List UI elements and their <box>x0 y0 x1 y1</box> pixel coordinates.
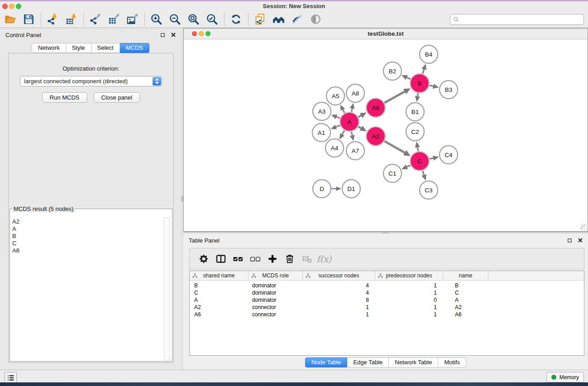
node-A5[interactable]: A5 <box>326 87 344 105</box>
edge-A-A6[interactable] <box>358 113 366 118</box>
table-cell[interactable]: connector <box>249 304 303 311</box>
node-B4[interactable]: B4 <box>420 45 438 63</box>
node-A2[interactable]: A2 <box>366 127 385 146</box>
memory-button[interactable]: Memory <box>546 372 584 382</box>
import-network-button[interactable] <box>45 12 60 27</box>
table-cell[interactable]: B <box>190 282 249 289</box>
table-cell[interactable]: 8 <box>303 296 375 304</box>
save-session-button[interactable] <box>21 12 36 27</box>
criterion-dropdown[interactable]: largest connected component (directed) <box>20 76 162 86</box>
zoom-fit-button[interactable] <box>186 12 201 27</box>
network-zoom-button[interactable] <box>206 31 210 36</box>
home-button[interactable] <box>271 12 286 27</box>
export-table-button[interactable] <box>106 12 121 27</box>
node-A8[interactable]: A8 <box>346 84 364 102</box>
gear-button[interactable] <box>196 251 211 267</box>
network-minimize-button[interactable] <box>199 31 204 36</box>
edge-D-D1[interactable] <box>331 186 341 191</box>
mcds-result-item[interactable]: A2 <box>12 218 163 225</box>
mcds-result-item[interactable]: B <box>12 233 163 240</box>
minimize-window-button[interactable] <box>9 4 14 9</box>
table-row[interactable]: A2connector11A2 <box>190 304 584 311</box>
node-A6[interactable]: A6 <box>366 98 385 117</box>
edge-C-C1[interactable] <box>402 165 411 169</box>
edge-A2-C[interactable] <box>384 141 411 156</box>
network-canvas[interactable]: B4B2BB3A8A5A6A3B1AC2A1A2A4A7C4CC1DD1C3 <box>184 39 588 231</box>
table-cell[interactable]: C <box>190 289 249 296</box>
delete-column-button[interactable] <box>282 251 297 267</box>
tab-mcds[interactable]: MCDS <box>120 43 149 53</box>
table-tab-edge-table[interactable]: Edge Table <box>347 357 389 367</box>
close-panel-button[interactable] <box>577 237 583 243</box>
node-D1[interactable]: D1 <box>342 180 360 198</box>
select-all-rows-button[interactable] <box>230 251 246 267</box>
table-cell[interactable]: A2 <box>443 304 488 311</box>
column-header-predecessor-nodes[interactable]: predecessor nodes <box>375 271 443 280</box>
float-panel-button[interactable] <box>566 237 573 243</box>
mcds-result-item[interactable]: A6 <box>12 247 163 254</box>
deselect-all-rows-button[interactable] <box>248 251 263 267</box>
edge-A-A1[interactable] <box>331 124 340 129</box>
node-A4[interactable]: A4 <box>325 139 344 157</box>
show-panels-list-button[interactable] <box>5 372 17 383</box>
table-cell[interactable]: 1 <box>375 304 443 311</box>
node-B[interactable]: B <box>410 74 429 93</box>
column-header-mcds-role[interactable]: MCDS role <box>249 271 303 280</box>
table-tab-node-table[interactable]: Node Table <box>305 357 348 367</box>
node-C2[interactable]: C2 <box>406 123 424 141</box>
table-cell[interactable]: 0 <box>375 296 443 304</box>
table-cell[interactable]: 1 <box>375 311 443 318</box>
edge-B-B2[interactable] <box>402 75 411 80</box>
edge-A-A7[interactable] <box>350 132 355 141</box>
table-cell[interactable]: connector <box>249 311 303 318</box>
node-B1[interactable]: B1 <box>406 103 424 121</box>
zoom-out-button[interactable] <box>167 12 182 27</box>
table-cell[interactable]: 1 <box>303 311 375 318</box>
node-C[interactable]: C <box>410 152 429 171</box>
table-cell[interactable]: dominator <box>249 289 303 296</box>
tab-select[interactable]: Select <box>91 43 120 53</box>
edge-C-C3[interactable] <box>421 171 426 181</box>
table-cell[interactable]: B <box>443 282 488 289</box>
table-cell[interactable]: 4 <box>303 282 375 289</box>
table-row[interactable]: Adominator80A <box>190 296 584 304</box>
mcds-result-item[interactable]: A <box>12 225 163 233</box>
window-resize-grip[interactable] <box>580 224 587 230</box>
table-cell[interactable]: 4 <box>303 289 375 296</box>
edge-A-A2[interactable] <box>358 126 367 131</box>
edge-A-A8[interactable] <box>350 103 355 112</box>
zoom-window-button[interactable] <box>16 4 21 9</box>
mcds-result-item[interactable]: C <box>12 240 163 247</box>
node-D[interactable]: D <box>313 180 331 198</box>
node-A[interactable]: A <box>340 112 359 131</box>
network-close-button[interactable] <box>192 31 197 36</box>
node-C4[interactable]: C4 <box>440 146 458 164</box>
edge-A-A3[interactable] <box>331 114 340 119</box>
show-columns-button[interactable] <box>213 251 229 267</box>
search-input[interactable] <box>460 16 581 23</box>
table-cell[interactable]: 1 <box>375 282 443 289</box>
node-A1[interactable]: A1 <box>312 124 330 142</box>
edge-A-A5[interactable] <box>340 105 345 113</box>
table-cell[interactable]: C <box>443 289 488 296</box>
mcds-result-list[interactable]: A2ABCA6 <box>12 218 163 360</box>
result-list-scrollbar[interactable] <box>164 218 170 360</box>
hide-style-button[interactable] <box>290 12 305 27</box>
add-column-button[interactable] <box>265 251 280 267</box>
show-graphics-details-button[interactable] <box>308 12 323 27</box>
node-C1[interactable]: C1 <box>383 164 402 182</box>
edge-C-C4[interactable] <box>429 156 439 161</box>
export-image-button[interactable] <box>125 12 140 27</box>
table-cell[interactable]: A <box>443 296 488 304</box>
table-cell[interactable]: A6 <box>190 311 249 318</box>
node-B2[interactable]: B2 <box>383 62 402 80</box>
table-tab-network-table[interactable]: Network Table <box>389 357 438 367</box>
import-table-button[interactable] <box>64 12 79 27</box>
node-A3[interactable]: A3 <box>313 102 331 120</box>
column-header-shared-name[interactable]: shared name <box>190 271 249 280</box>
table-row[interactable]: Bdominator41B <box>190 282 584 289</box>
tab-network[interactable]: Network <box>32 43 66 53</box>
edge-A-A4[interactable] <box>339 130 344 139</box>
table-cell[interactable]: dominator <box>249 296 303 304</box>
edge-B-B1[interactable] <box>415 93 420 102</box>
